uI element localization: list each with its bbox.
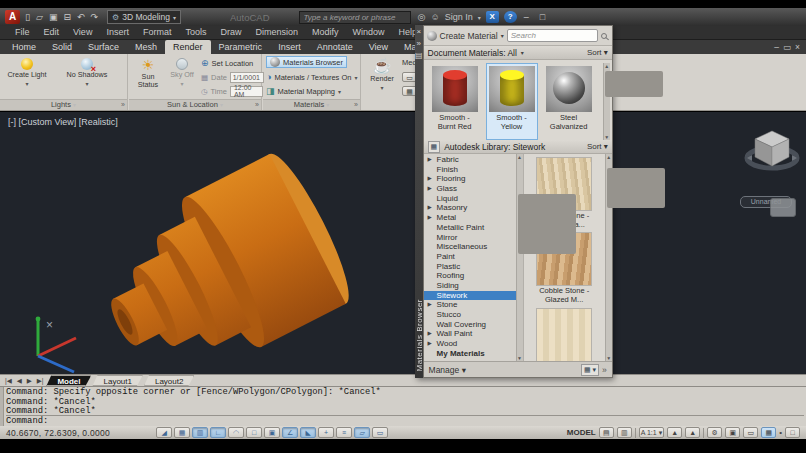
transparency-toggle[interactable]: ▱ (354, 427, 370, 438)
menu-format[interactable]: Format (136, 26, 179, 39)
snap-mode-toggle[interactable]: ▦ (174, 427, 190, 438)
dynamic-ucs-toggle[interactable]: ◣ (300, 427, 316, 438)
tab-parametric[interactable]: Parametric (211, 40, 271, 54)
isolate-objects-button[interactable]: ▭ (743, 427, 758, 438)
tree-item-stone[interactable]: ▶Stone (424, 300, 516, 310)
tree-item-my-materials[interactable]: My Materials (424, 349, 516, 359)
tab-render[interactable]: Render (165, 40, 211, 54)
library-header[interactable]: ▦ Autodesk Library: Sitework Sort ▾ (424, 140, 612, 154)
ortho-mode-toggle[interactable]: ∟ (210, 427, 226, 438)
tree-item-metallic-paint[interactable]: Metallic Paint (424, 223, 516, 233)
lock-ui-button[interactable]: ▣ (725, 427, 740, 438)
expand-arrow-icon[interactable]: ▶ (428, 300, 432, 310)
lineweight-toggle[interactable]: ≡ (336, 427, 352, 438)
expand-arrow-icon[interactable]: ▶ (428, 213, 432, 223)
menu-tools[interactable]: Tools (178, 26, 213, 39)
tree-item-fabric[interactable]: ▶Fabric (424, 155, 516, 165)
drawing-minimize-button[interactable]: – (774, 40, 779, 54)
command-window-grip[interactable] (0, 387, 4, 426)
properties-icon[interactable]: ▤ (415, 51, 423, 61)
drawing-close-button[interactable]: × (795, 40, 800, 54)
layout-button[interactable]: ▥ (617, 427, 632, 438)
materials-browser-button[interactable]: Materials Browser (266, 56, 347, 68)
tab-solid[interactable]: Solid (44, 40, 80, 54)
material-search-input[interactable] (507, 29, 598, 42)
menu-file[interactable]: File (8, 26, 37, 39)
lights-panel-footer[interactable]: Lights ▾ » (0, 99, 127, 110)
menu-window[interactable]: Window (346, 26, 392, 39)
tree-item-wall-covering[interactable]: Wall Covering (424, 320, 516, 330)
close-icon[interactable]: × (416, 27, 421, 37)
sky-off-button[interactable]: Sky Off ▾ (166, 56, 198, 98)
create-light-button[interactable]: Create Light ▾ (5, 56, 49, 98)
tab-surface[interactable]: Surface (80, 40, 127, 54)
render-button[interactable]: ☕ Render ▾ (364, 56, 400, 98)
sun-status-button[interactable]: ☀ Sun Status (131, 56, 165, 98)
last-tab-icon[interactable]: ▶| (35, 375, 46, 386)
infer-constraints-toggle[interactable]: ◢ (156, 427, 172, 438)
annotation-visibility-button[interactable]: ▲ (667, 427, 682, 438)
tree-item-flooring[interactable]: ▶Flooring (424, 174, 516, 184)
tree-item-metal[interactable]: ▶Metal (424, 213, 516, 223)
open-file-icon[interactable]: ▱ (34, 10, 45, 24)
time-field[interactable]: 12:00 AM (230, 86, 263, 97)
new-file-icon[interactable]: ▯ (23, 10, 32, 24)
autocad-logo-icon[interactable]: A (5, 10, 20, 24)
tree-item-mirror[interactable]: Mirror (424, 233, 516, 243)
command-window[interactable]: Command: Specify opposite corner or [Fen… (0, 386, 806, 426)
undo-icon[interactable]: ↶ (75, 10, 87, 24)
dynamic-input-toggle[interactable]: + (318, 427, 334, 438)
viewport[interactable]: [-] [Custom View] [Realistic] × (0, 111, 806, 374)
search-binoculars-icon[interactable]: ◎ (418, 12, 426, 22)
viewport-label[interactable]: [-] [Custom View] [Realistic] (8, 117, 118, 127)
hardware-acceleration-button[interactable]: ▦ (761, 427, 776, 438)
tree-item-wood[interactable]: ▶Wood (424, 339, 516, 349)
panel-launcher-icon[interactable]: » (121, 100, 125, 110)
command-prompt[interactable]: Command: (6, 415, 804, 425)
date-field[interactable]: 1/1/0001 (230, 72, 264, 83)
layout-tab-layout1[interactable]: Layout1 (92, 375, 142, 386)
expand-arrow-icon[interactable]: ▶ (428, 174, 432, 184)
no-shadows-button[interactable]: No Shadows ▾ (58, 56, 116, 98)
polar-tracking-toggle[interactable]: ◠ (228, 427, 244, 438)
tree-item-wall-paint[interactable]: ▶Wall Paint (424, 329, 516, 339)
sort-button[interactable]: Sort ▾ (587, 142, 608, 151)
prev-tab-icon[interactable]: ◀ (15, 375, 24, 386)
workspace-switcher[interactable]: ⚙ 3D Modeling ▾ (107, 10, 181, 24)
tree-item-masonry[interactable]: ▶Masonry (424, 203, 516, 213)
expand-footer-icon[interactable]: » (602, 365, 607, 375)
tree-item-glass[interactable]: ▶Glass (424, 184, 516, 194)
minimize-button[interactable]: – (520, 10, 533, 24)
materials-textures-button[interactable]: ◑ Materials / Textures On ▾ (266, 71, 357, 83)
tab-insert[interactable]: Insert (270, 40, 309, 54)
document-materials-header[interactable]: Document Materials: All ▾ Sort ▾ (424, 46, 612, 60)
tree-item-siding[interactable]: Siding (424, 281, 516, 291)
object-snap-tracking-toggle[interactable]: ∠ (282, 427, 298, 438)
grid-display-toggle[interactable]: ▥ (192, 427, 208, 438)
tab-annotate[interactable]: Annotate (309, 40, 361, 54)
autoscale-button[interactable]: ▲ (685, 427, 700, 438)
next-tab-icon[interactable]: ▶ (25, 375, 34, 386)
model-button[interactable]: ▤ (599, 427, 614, 438)
help-icon[interactable]: ? (504, 11, 517, 23)
annotation-scale-select[interactable]: A 1:1 ▾ (639, 427, 664, 438)
material-swatch-smooth-burnt-red[interactable]: Smooth - Burnt Red (429, 63, 481, 140)
save-icon[interactable]: ▣ (47, 10, 60, 24)
menu-view[interactable]: View (66, 26, 99, 39)
tree-item-roofing[interactable]: Roofing (424, 271, 516, 281)
menu-dimension[interactable]: Dimension (248, 26, 305, 39)
tab-mesh[interactable]: Mesh (127, 40, 165, 54)
auto-hide-icon[interactable]: » (417, 39, 421, 49)
material-swatch-smooth-yellow[interactable]: Smooth - Yellow (486, 63, 538, 140)
workspace-settings-button[interactable]: ⚙ (707, 427, 722, 438)
expand-arrow-icon[interactable]: ▶ (428, 155, 432, 165)
menu-draw[interactable]: Draw (213, 26, 248, 39)
infocenter-search-input[interactable] (299, 11, 411, 24)
viewcube-graphic[interactable] (744, 124, 800, 180)
layout-tab-model[interactable]: Model (46, 375, 91, 386)
restore-button[interactable]: □ (536, 10, 549, 24)
tab-home[interactable]: Home (4, 40, 44, 54)
panel-launcher-icon[interactable]: » (354, 100, 358, 110)
tree-item-liquid[interactable]: Liquid (424, 194, 516, 204)
menu-edit[interactable]: Edit (37, 26, 67, 39)
